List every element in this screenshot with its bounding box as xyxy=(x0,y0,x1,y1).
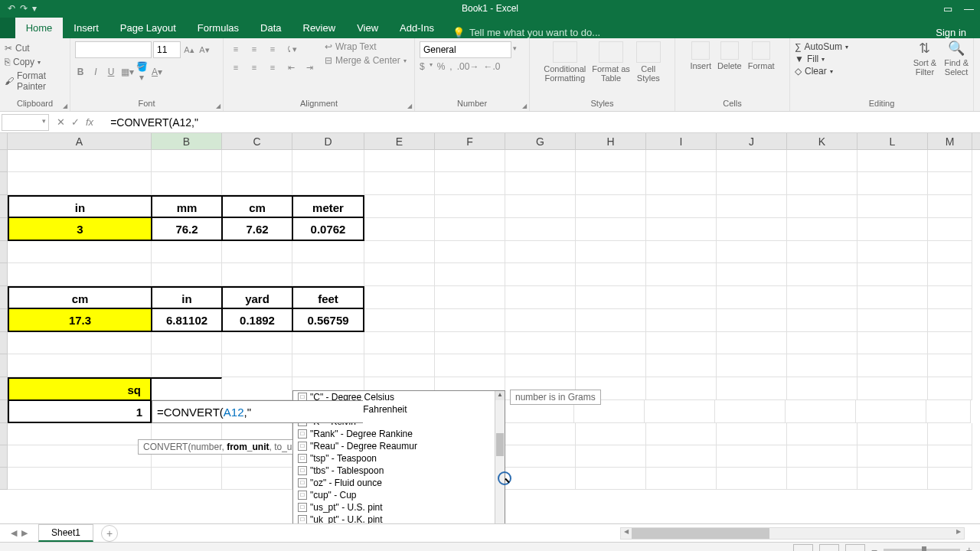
unit-option-rankine[interactable]: □"Rank" - Degree Rankine xyxy=(293,428,505,440)
insert-cells-button[interactable]: Insert xyxy=(690,41,711,70)
sheet-nav[interactable]: ◀▶ xyxy=(0,528,38,538)
t1-data-meter[interactable]: 0.0762 xyxy=(292,218,364,241)
cancel-formula-icon[interactable]: ✕ xyxy=(57,116,65,128)
add-sheet-button[interactable]: + xyxy=(101,525,118,542)
font-size-input[interactable] xyxy=(153,41,181,58)
orientation-icon[interactable]: ⤹▾ xyxy=(283,41,299,57)
col-header-l[interactable]: L xyxy=(858,133,928,149)
tab-view[interactable]: View xyxy=(346,18,389,38)
dropdown-scrollbar[interactable]: ▲ ▼ xyxy=(495,391,505,541)
italic-button[interactable]: I xyxy=(90,67,101,77)
t2-data-in[interactable]: 6.81102 xyxy=(152,309,222,332)
col-header-e[interactable]: E xyxy=(364,133,435,149)
cell-styles-button[interactable]: Cell Styles xyxy=(636,41,661,83)
unit-option-uspt[interactable]: □"us_pt" - U.S. pint xyxy=(293,501,505,514)
t1-head-cm[interactable]: cm xyxy=(222,195,292,218)
tab-home[interactable]: Home xyxy=(15,18,64,38)
conditional-formatting-button[interactable]: Conditional Formatting xyxy=(544,41,586,83)
t3-data-1[interactable]: 1 xyxy=(8,400,152,423)
number-format-input[interactable] xyxy=(420,41,511,58)
format-painter-button[interactable]: 🖌Format Painter xyxy=(5,69,65,93)
scroll-up-icon[interactable]: ▲ xyxy=(495,391,505,400)
col-header-m[interactable]: M xyxy=(928,133,972,149)
clipboard-launcher-icon[interactable]: ◢ xyxy=(63,103,67,109)
zoom-out-icon[interactable]: − xyxy=(871,544,877,552)
t3-head-sq[interactable]: sq xyxy=(8,377,152,400)
clear-button[interactable]: ◇Clear▾ xyxy=(795,66,848,77)
t1-head-meter[interactable]: meter xyxy=(292,195,364,218)
page-layout-view-icon[interactable] xyxy=(819,544,839,552)
col-header-j[interactable]: J xyxy=(717,133,787,149)
col-header-g[interactable]: G xyxy=(505,133,576,149)
bold-button[interactable]: B xyxy=(75,67,86,77)
t1-head-mm[interactable]: mm xyxy=(152,195,222,218)
grow-font-button[interactable]: A▴ xyxy=(182,41,196,58)
tab-insert[interactable]: Insert xyxy=(63,18,109,38)
comma-button[interactable]: , xyxy=(449,61,452,72)
unit-option-tsp[interactable]: □"tsp" - Teaspoon xyxy=(293,452,505,465)
unit-option-reaumur[interactable]: □"Reau" - Degree Reaumur xyxy=(293,440,505,452)
col-header-f[interactable]: F xyxy=(435,133,505,149)
t1-data-in[interactable]: 3 xyxy=(8,218,152,241)
increase-indent-icon[interactable]: ⇥ xyxy=(302,60,317,75)
align-middle-icon[interactable]: ≡ xyxy=(247,41,262,57)
t1-head-in[interactable]: in xyxy=(8,195,152,218)
tab-data[interactable]: Data xyxy=(250,18,292,38)
tab-file[interactable] xyxy=(0,18,15,38)
t2-head-feet[interactable]: feet xyxy=(292,286,364,309)
align-center-icon[interactable]: ≡ xyxy=(247,60,262,75)
align-right-icon[interactable]: ≡ xyxy=(265,60,280,75)
unit-option-oz[interactable]: □"oz" - Fluid ounce xyxy=(293,477,505,489)
t2-data-cm[interactable]: 17.3 xyxy=(8,309,152,332)
tab-formulas[interactable]: Formulas xyxy=(187,18,250,38)
col-header-a[interactable]: A xyxy=(8,133,152,149)
col-header-h[interactable]: H xyxy=(576,133,646,149)
underline-button[interactable]: U xyxy=(106,67,116,77)
zoom-in-icon[interactable]: + xyxy=(966,544,972,552)
autosum-button[interactable]: ∑AutoSum▾ xyxy=(795,41,848,52)
font-name-input[interactable] xyxy=(75,41,152,58)
t2-head-yard[interactable]: yard xyxy=(222,286,292,309)
t1-data-mm[interactable]: 76.2 xyxy=(152,218,222,241)
wrap-text-button[interactable]: ↩Wrap Text xyxy=(325,41,407,52)
tab-review[interactable]: Review xyxy=(292,18,347,38)
align-top-icon[interactable]: ≡ xyxy=(228,41,243,57)
format-cells-button[interactable]: Format xyxy=(748,41,775,70)
fill-color-button[interactable]: 🪣▾ xyxy=(136,61,147,83)
sign-in-link[interactable]: Sign in xyxy=(936,27,966,38)
tab-page-layout[interactable]: Page Layout xyxy=(109,18,187,38)
tell-me-search[interactable]: 💡 Tell me what you want to do... xyxy=(452,27,600,38)
name-box[interactable] xyxy=(2,114,49,131)
find-select-button[interactable]: 🔍Find & Select xyxy=(944,41,969,77)
col-header-k[interactable]: K xyxy=(787,133,858,149)
shrink-font-button[interactable]: A▾ xyxy=(198,41,211,58)
decrease-indent-icon[interactable]: ⇤ xyxy=(283,60,299,75)
decrease-decimal-button[interactable]: ←.0 xyxy=(483,61,500,72)
unit-option-cup[interactable]: □"cup" - Cup xyxy=(293,489,505,501)
col-header-i[interactable]: I xyxy=(646,133,717,149)
format-as-table-button[interactable]: Format as Table xyxy=(592,41,630,83)
redo-icon[interactable]: ↷ xyxy=(20,3,28,14)
currency-button[interactable]: $ xyxy=(420,61,425,72)
formula-input[interactable]: =CONVERT(A12," xyxy=(107,116,980,129)
unit-option-tbs[interactable]: □"tbs" - Tablespoon xyxy=(293,465,505,477)
border-button[interactable]: ▦▾ xyxy=(121,67,132,77)
fill-button[interactable]: ▼Fill▾ xyxy=(795,54,848,64)
t1-data-cm[interactable]: 7.62 xyxy=(222,218,292,241)
sheet-tab-1[interactable]: Sheet1 xyxy=(38,524,93,542)
ribbon-display-icon[interactable]: ▭ xyxy=(943,3,952,15)
alignment-launcher-icon[interactable]: ◢ xyxy=(407,103,412,109)
align-left-icon[interactable]: ≡ xyxy=(228,60,243,75)
tab-addins[interactable]: Add-Ins xyxy=(389,18,445,38)
fx-icon[interactable]: fx xyxy=(86,116,93,128)
page-break-view-icon[interactable] xyxy=(845,544,865,552)
normal-view-icon[interactable] xyxy=(793,544,813,552)
t2-head-cm[interactable]: cm xyxy=(8,286,152,309)
align-bottom-icon[interactable]: ≡ xyxy=(265,41,280,57)
col-header-b[interactable]: B xyxy=(152,133,222,149)
increase-decimal-button[interactable]: .00→ xyxy=(457,61,479,72)
t2-data-yard[interactable]: 0.1892 xyxy=(222,309,292,332)
minimize-icon[interactable]: — xyxy=(964,3,974,15)
qat-dropdown-icon[interactable]: ▾ xyxy=(32,3,37,14)
zoom-slider[interactable] xyxy=(884,549,960,552)
